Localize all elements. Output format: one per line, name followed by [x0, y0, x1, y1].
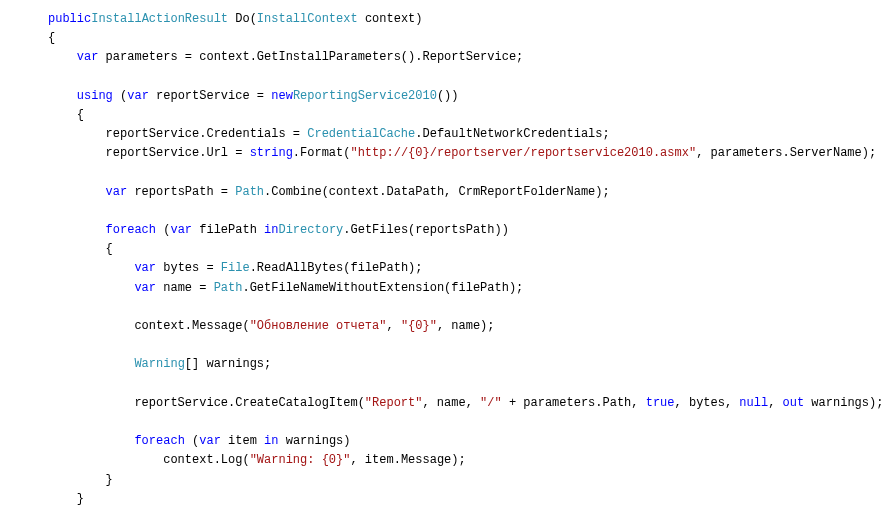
code-block: publicInstallActionResult Do(InstallCont…	[0, 0, 892, 518]
